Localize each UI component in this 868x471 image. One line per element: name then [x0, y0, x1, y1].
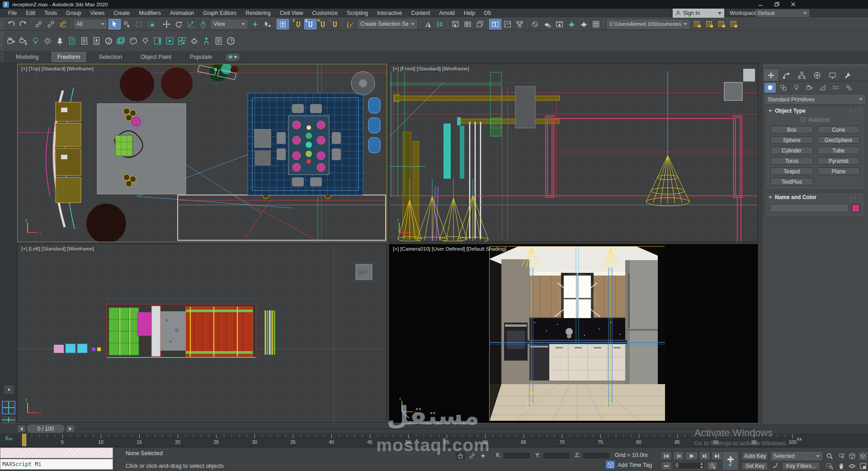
- workspace-dropdown[interactable]: Default: [756, 10, 809, 17]
- next-frame-step-button[interactable]: [699, 452, 710, 460]
- material-editor-icon[interactable]: [529, 19, 541, 29]
- viewport-camera[interactable]: [+] [Camera010] [User Defined] [Default …: [389, 244, 758, 423]
- tab-create[interactable]: [764, 69, 778, 81]
- toggle-ribbon-icon[interactable]: [489, 19, 501, 29]
- next-frame-button[interactable]: [66, 425, 75, 433]
- auto-key-button[interactable]: Auto Key: [742, 452, 768, 460]
- tab-modify[interactable]: [779, 69, 793, 81]
- menu-content[interactable]: Content: [406, 9, 434, 18]
- forest-list-icon[interactable]: [78, 34, 90, 48]
- object-type-plane[interactable]: Plane: [817, 167, 860, 175]
- unlink-selection-icon[interactable]: [45, 19, 57, 29]
- mirror-icon[interactable]: [422, 19, 434, 29]
- ribbon-grip[interactable]: [0, 52, 3, 62]
- ribbon-tab-object-paint[interactable]: Object Paint: [135, 52, 177, 62]
- current-frame-marker[interactable]: [22, 434, 26, 446]
- menu-create[interactable]: Create: [109, 9, 134, 18]
- toggle-scene-explorer-icon[interactable]: [449, 19, 462, 29]
- curve-editor-icon[interactable]: [501, 19, 514, 29]
- select-and-scale-icon[interactable]: [185, 19, 197, 29]
- shapes-icon[interactable]: [778, 83, 789, 93]
- rendered-frame-window-icon[interactable]: [553, 19, 566, 29]
- zoom-extents-icon[interactable]: [846, 451, 858, 461]
- bind-to-space-warp-icon[interactable]: [57, 19, 69, 29]
- merge-scene-icon[interactable]: [703, 19, 716, 29]
- sign-in-button[interactable]: Sign In: [673, 9, 724, 18]
- orbit-icon[interactable]: [846, 461, 858, 471]
- set-keys-button[interactable]: [722, 451, 739, 471]
- viewport-camera-label[interactable]: [+] [Camera010] [User Defined] [Default …: [393, 246, 506, 252]
- menu-civil-view[interactable]: Civil View: [275, 9, 308, 18]
- object-type-rollout-header[interactable]: Object Type⋮⋮⋮: [765, 106, 865, 115]
- light-lister-icon[interactable]: [139, 34, 151, 48]
- minimize-button[interactable]: [752, 0, 769, 8]
- viewport-left[interactable]: [+] [Left] [Standard] [Wireframe] LIFT y…: [17, 244, 387, 423]
- trackbar-end-arrows[interactable]: [797, 438, 802, 441]
- go-to-end-button[interactable]: [712, 452, 722, 460]
- restore-button[interactable]: [769, 0, 785, 8]
- snaps-toggle-icon[interactable]: 3: [292, 19, 304, 29]
- xref-scene-icon[interactable]: [728, 19, 740, 29]
- x-coordinate-field[interactable]: [503, 452, 531, 459]
- toolbar-grip[interactable]: [0, 32, 3, 50]
- viewport-top[interactable]: [+] [Top] [Standard] [Wireframe]: [17, 64, 387, 242]
- render-preset-icon[interactable]: [66, 34, 78, 48]
- autogrid-checkbox[interactable]: [801, 117, 806, 122]
- maxscript-mini-listener[interactable]: MAXScript Mi: [0, 459, 113, 470]
- menu-graph-editors[interactable]: Graph Editors: [198, 9, 241, 18]
- replace-scene-icon[interactable]: [716, 19, 728, 29]
- import-scene-icon[interactable]: [691, 19, 703, 29]
- viewport-layout-tab-active[interactable]: [2, 401, 15, 414]
- create-light-icon[interactable]: [29, 34, 42, 48]
- named-selection-sets-dropdown[interactable]: Create Selection Se: [358, 20, 417, 29]
- object-type-tube[interactable]: Tube: [817, 147, 860, 154]
- zoom-all-icon[interactable]: [835, 451, 847, 461]
- redo-icon[interactable]: [17, 19, 29, 29]
- zoom-region-icon[interactable]: [824, 461, 835, 471]
- object-type-cylinder[interactable]: Cylinder: [770, 147, 813, 154]
- menu-file[interactable]: File: [4, 9, 21, 18]
- keyboard-shortcut-override-icon[interactable]: [277, 19, 289, 29]
- select-by-name-icon[interactable]: [121, 19, 133, 29]
- name-color-rollout-header[interactable]: Name and Color⋮⋮⋮: [765, 193, 865, 202]
- time-configuration-button[interactable]: [707, 461, 718, 470]
- tab-utilities[interactable]: [841, 69, 855, 81]
- menu-animation[interactable]: Animation: [165, 9, 198, 18]
- go-to-start-button[interactable]: [661, 452, 672, 460]
- open-autobackup-icon[interactable]: [590, 19, 602, 29]
- ribbon-minimize-button[interactable]: [226, 54, 240, 61]
- create-tree-icon[interactable]: [54, 34, 66, 48]
- schematic-view-icon[interactable]: [514, 19, 526, 29]
- forest-object-icon[interactable]: [90, 34, 103, 48]
- menu-help[interactable]: Help: [459, 9, 480, 18]
- viewport-top-label[interactable]: [+] [Top] [Standard] [Wireframe]: [21, 66, 94, 71]
- viewport-front-label[interactable]: [+] [Front] [Standard] [Wireframe]: [393, 66, 469, 71]
- close-button[interactable]: [785, 0, 801, 8]
- cameras-icon[interactable]: [804, 83, 815, 93]
- angle-snap-toggle-icon[interactable]: ∠: [304, 19, 316, 29]
- viewport-layout-tab[interactable]: [2, 417, 15, 423]
- render-iterative-icon[interactable]: [578, 19, 590, 29]
- undo-icon[interactable]: [5, 19, 17, 29]
- key-steps-icon[interactable]: [770, 461, 779, 470]
- object-name-field[interactable]: [770, 204, 849, 212]
- play-button[interactable]: [685, 452, 698, 460]
- object-type-teapot[interactable]: Teapot: [770, 167, 813, 175]
- zoom-icon[interactable]: [824, 451, 835, 461]
- viewport-left-label[interactable]: [+] [Left] [Standard] [Wireframe]: [21, 246, 94, 252]
- toolbar-grip[interactable]: [0, 19, 3, 29]
- layer-list-icon[interactable]: [474, 19, 486, 29]
- space-warps-icon[interactable]: [830, 83, 841, 93]
- fire-effect-icon[interactable]: [103, 34, 115, 48]
- rectangular-selection-region-icon[interactable]: [133, 19, 145, 29]
- ribbon-tab-freeform[interactable]: Freeform: [52, 52, 86, 62]
- object-type-pyramid[interactable]: Pyramid: [817, 157, 860, 165]
- key-filters-button[interactable]: Key Filters...: [782, 462, 820, 470]
- toggle-layer-explorer-icon[interactable]: [462, 19, 474, 29]
- helpers-icon[interactable]: [817, 83, 828, 93]
- ribbon-tab-modeling[interactable]: Modeling: [10, 52, 45, 62]
- menu-arnold[interactable]: Arnold: [434, 9, 459, 18]
- tab-motion[interactable]: [810, 69, 824, 81]
- use-pivot-point-center-icon[interactable]: [249, 19, 261, 29]
- render-elements-icon[interactable]: [115, 34, 127, 48]
